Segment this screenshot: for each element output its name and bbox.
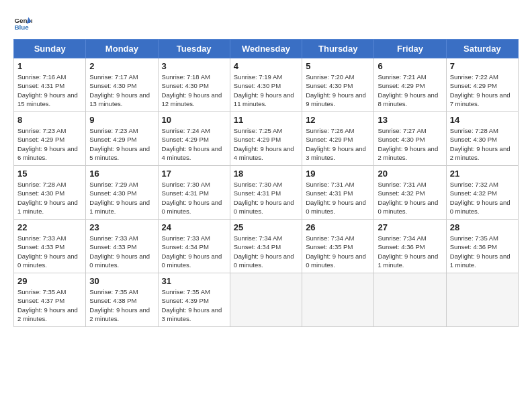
calendar-cell: 24 Sunrise: 7:33 AMSunset: 4:34 PMDaylig… <box>158 220 230 273</box>
cell-info: Sunrise: 7:23 AMSunset: 4:29 PMDaylight:… <box>17 127 78 161</box>
calendar-cell: 10 Sunrise: 7:24 AMSunset: 4:29 PMDaylig… <box>158 112 230 166</box>
day-number: 18 <box>234 169 298 179</box>
day-number: 13 <box>378 115 442 125</box>
day-number: 30 <box>89 276 154 286</box>
day-number: 4 <box>234 61 298 71</box>
day-number: 23 <box>89 222 154 232</box>
calendar-cell: 18 Sunrise: 7:30 AMSunset: 4:31 PMDaylig… <box>230 166 302 220</box>
day-number: 19 <box>306 169 370 179</box>
calendar-cell: 8 Sunrise: 7:23 AMSunset: 4:29 PMDayligh… <box>14 112 86 166</box>
calendar-cell: 12 Sunrise: 7:26 AMSunset: 4:29 PMDaylig… <box>302 112 374 166</box>
calendar-cell: 3 Sunrise: 7:18 AMSunset: 4:30 PMDayligh… <box>158 58 230 112</box>
calendar-cell: 1 Sunrise: 7:16 AMSunset: 4:31 PMDayligh… <box>14 58 86 112</box>
calendar-cell <box>302 273 374 327</box>
logo-icon: General Blue <box>13 13 32 32</box>
cell-info: Sunrise: 7:23 AMSunset: 4:29 PMDaylight:… <box>89 127 150 161</box>
calendar-cell: 28 Sunrise: 7:35 AMSunset: 4:36 PMDaylig… <box>446 220 518 273</box>
calendar-cell: 29 Sunrise: 7:35 AMSunset: 4:37 PMDaylig… <box>14 273 86 327</box>
logo: General Blue <box>13 13 35 32</box>
cell-info: Sunrise: 7:19 AMSunset: 4:30 PMDaylight:… <box>234 73 294 107</box>
calendar-cell: 17 Sunrise: 7:30 AMSunset: 4:31 PMDaylig… <box>158 166 230 220</box>
day-number: 29 <box>17 276 82 286</box>
day-number: 25 <box>234 222 298 232</box>
cell-info: Sunrise: 7:18 AMSunset: 4:30 PMDaylight:… <box>162 73 222 107</box>
day-number: 2 <box>89 61 154 71</box>
weekday-header-friday: Friday <box>374 40 446 58</box>
cell-info: Sunrise: 7:33 AMSunset: 4:33 PMDaylight:… <box>89 234 150 269</box>
day-number: 5 <box>306 61 370 71</box>
day-number: 22 <box>17 222 82 232</box>
calendar-cell: 16 Sunrise: 7:29 AMSunset: 4:30 PMDaylig… <box>86 166 158 220</box>
cell-info: Sunrise: 7:17 AMSunset: 4:30 PMDaylight:… <box>89 73 150 107</box>
cell-info: Sunrise: 7:28 AMSunset: 4:30 PMDaylight:… <box>17 181 78 215</box>
calendar-cell: 25 Sunrise: 7:34 AMSunset: 4:34 PMDaylig… <box>230 220 302 273</box>
cell-info: Sunrise: 7:34 AMSunset: 4:34 PMDaylight:… <box>234 234 294 269</box>
cell-info: Sunrise: 7:29 AMSunset: 4:30 PMDaylight:… <box>89 181 150 215</box>
day-number: 27 <box>378 222 442 232</box>
cell-info: Sunrise: 7:21 AMSunset: 4:29 PMDaylight:… <box>378 73 438 107</box>
calendar-cell: 9 Sunrise: 7:23 AMSunset: 4:29 PMDayligh… <box>86 112 158 166</box>
calendar-cell: 7 Sunrise: 7:22 AMSunset: 4:29 PMDayligh… <box>446 58 518 112</box>
calendar-cell: 15 Sunrise: 7:28 AMSunset: 4:30 PMDaylig… <box>14 166 86 220</box>
calendar-cell: 6 Sunrise: 7:21 AMSunset: 4:29 PMDayligh… <box>374 58 446 112</box>
header: General Blue <box>13 13 519 32</box>
day-number: 16 <box>89 169 154 179</box>
calendar-cell: 21 Sunrise: 7:32 AMSunset: 4:32 PMDaylig… <box>446 166 518 220</box>
svg-text:Blue: Blue <box>14 24 29 31</box>
weekday-header-monday: Monday <box>86 40 158 58</box>
cell-info: Sunrise: 7:27 AMSunset: 4:30 PMDaylight:… <box>378 127 438 161</box>
calendar-cell: 20 Sunrise: 7:31 AMSunset: 4:32 PMDaylig… <box>374 166 446 220</box>
cell-info: Sunrise: 7:35 AMSunset: 4:39 PMDaylight:… <box>162 288 222 322</box>
calendar-cell: 31 Sunrise: 7:35 AMSunset: 4:39 PMDaylig… <box>158 273 230 327</box>
calendar-table: SundayMondayTuesdayWednesdayThursdayFrid… <box>13 39 519 327</box>
day-number: 11 <box>234 115 298 125</box>
calendar-cell <box>446 273 518 327</box>
day-number: 10 <box>162 115 226 125</box>
calendar-cell: 2 Sunrise: 7:17 AMSunset: 4:30 PMDayligh… <box>86 58 158 112</box>
cell-info: Sunrise: 7:25 AMSunset: 4:29 PMDaylight:… <box>234 127 294 161</box>
cell-info: Sunrise: 7:35 AMSunset: 4:38 PMDaylight:… <box>89 288 150 322</box>
day-number: 9 <box>89 115 154 125</box>
cell-info: Sunrise: 7:35 AMSunset: 4:36 PMDaylight:… <box>450 234 511 269</box>
day-number: 8 <box>17 115 82 125</box>
day-number: 3 <box>162 61 226 71</box>
cell-info: Sunrise: 7:35 AMSunset: 4:37 PMDaylight:… <box>17 288 78 322</box>
calendar-cell <box>374 273 446 327</box>
day-number: 1 <box>17 61 82 71</box>
calendar-cell: 19 Sunrise: 7:31 AMSunset: 4:31 PMDaylig… <box>302 166 374 220</box>
weekday-header-thursday: Thursday <box>302 40 374 58</box>
cell-info: Sunrise: 7:16 AMSunset: 4:31 PMDaylight:… <box>17 73 78 107</box>
weekday-header-sunday: Sunday <box>14 40 86 58</box>
weekday-header-tuesday: Tuesday <box>158 40 230 58</box>
cell-info: Sunrise: 7:28 AMSunset: 4:30 PMDaylight:… <box>450 127 511 161</box>
day-number: 12 <box>306 115 370 125</box>
day-number: 26 <box>306 222 370 232</box>
calendar-cell: 26 Sunrise: 7:34 AMSunset: 4:35 PMDaylig… <box>302 220 374 273</box>
calendar-cell: 22 Sunrise: 7:33 AMSunset: 4:33 PMDaylig… <box>14 220 86 273</box>
cell-info: Sunrise: 7:20 AMSunset: 4:30 PMDaylight:… <box>306 73 366 107</box>
cell-info: Sunrise: 7:22 AMSunset: 4:29 PMDaylight:… <box>450 73 511 107</box>
calendar-cell: 4 Sunrise: 7:19 AMSunset: 4:30 PMDayligh… <box>230 58 302 112</box>
cell-info: Sunrise: 7:30 AMSunset: 4:31 PMDaylight:… <box>162 181 222 215</box>
calendar-cell: 27 Sunrise: 7:34 AMSunset: 4:36 PMDaylig… <box>374 220 446 273</box>
day-number: 17 <box>162 169 226 179</box>
cell-info: Sunrise: 7:33 AMSunset: 4:33 PMDaylight:… <box>17 234 78 269</box>
calendar-cell: 23 Sunrise: 7:33 AMSunset: 4:33 PMDaylig… <box>86 220 158 273</box>
calendar-cell: 14 Sunrise: 7:28 AMSunset: 4:30 PMDaylig… <box>446 112 518 166</box>
day-number: 28 <box>450 222 515 232</box>
cell-info: Sunrise: 7:30 AMSunset: 4:31 PMDaylight:… <box>234 181 294 215</box>
day-number: 21 <box>450 169 515 179</box>
cell-info: Sunrise: 7:31 AMSunset: 4:32 PMDaylight:… <box>378 181 438 215</box>
calendar-cell: 11 Sunrise: 7:25 AMSunset: 4:29 PMDaylig… <box>230 112 302 166</box>
calendar-cell: 13 Sunrise: 7:27 AMSunset: 4:30 PMDaylig… <box>374 112 446 166</box>
day-number: 14 <box>450 115 515 125</box>
cell-info: Sunrise: 7:26 AMSunset: 4:29 PMDaylight:… <box>306 127 366 161</box>
day-number: 31 <box>162 276 226 286</box>
cell-info: Sunrise: 7:31 AMSunset: 4:31 PMDaylight:… <box>306 181 366 215</box>
calendar-cell <box>230 273 302 327</box>
calendar-cell: 30 Sunrise: 7:35 AMSunset: 4:38 PMDaylig… <box>86 273 158 327</box>
calendar-cell: 5 Sunrise: 7:20 AMSunset: 4:30 PMDayligh… <box>302 58 374 112</box>
cell-info: Sunrise: 7:34 AMSunset: 4:36 PMDaylight:… <box>378 234 438 269</box>
day-number: 24 <box>162 222 226 232</box>
day-number: 15 <box>17 169 82 179</box>
